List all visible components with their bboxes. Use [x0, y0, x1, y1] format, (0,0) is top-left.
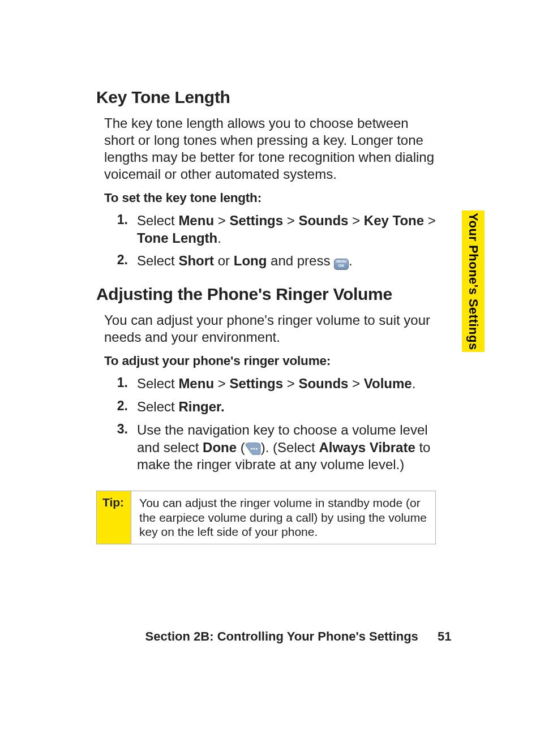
left-softkey-icon	[245, 443, 261, 455]
tip-text: You can adjust the ringer volume in stan…	[131, 491, 435, 544]
side-tab-label: Your Phone's Settings	[466, 213, 481, 350]
page-content: Key Tone Length The key tone length allo…	[96, 88, 436, 544]
step-2: 2. Select Ringer.	[113, 398, 436, 416]
tip-label: Tip:	[97, 491, 131, 544]
step-1: 1. Select Menu > Settings > Sounds > Key…	[113, 212, 436, 247]
step-text: Use the navigation key to choose a volum…	[137, 422, 436, 474]
step-number: 1.	[113, 375, 137, 390]
step-1: 1. Select Menu > Settings > Sounds > Vol…	[113, 375, 436, 393]
svg-point-2	[251, 448, 252, 449]
step-number: 3.	[113, 422, 137, 437]
steps-ringer-volume: 1. Select Menu > Settings > Sounds > Vol…	[113, 375, 436, 474]
step-number: 1.	[113, 212, 137, 227]
step-text: Select Ringer.	[137, 398, 436, 416]
procedure-lead-key-tone: To set the key tone length:	[104, 191, 436, 205]
step-text: Select Short or Long and press .	[137, 252, 436, 270]
heading-ringer-volume: Adjusting the Phone's Ringer Volume	[96, 285, 436, 304]
step-text: Select Menu > Settings > Sounds > Volume…	[137, 375, 436, 393]
page-footer: Section 2B: Controlling Your Phone's Set…	[0, 629, 540, 644]
step-text: Select Menu > Settings > Sounds > Key To…	[137, 212, 436, 247]
step-number: 2.	[113, 398, 137, 414]
side-tab: Your Phone's Settings	[462, 211, 485, 352]
svg-point-1	[256, 448, 258, 449]
procedure-lead-ringer: To adjust your phone's ringer volume:	[104, 354, 436, 368]
footer-page-number: 51	[438, 629, 451, 644]
step-number: 2.	[113, 252, 137, 268]
step-3: 3. Use the navigation key to choose a vo…	[113, 422, 436, 474]
step-2: 2. Select Short or Long and press .	[113, 252, 436, 270]
footer-section: Section 2B: Controlling Your Phone's Set…	[145, 629, 418, 643]
tip-box: Tip: You can adjust the ringer volume in…	[96, 491, 436, 544]
intro-ringer-volume: You can adjust your phone's ringer volum…	[104, 312, 436, 346]
menu-ok-icon	[334, 259, 349, 270]
heading-key-tone-length: Key Tone Length	[96, 88, 436, 107]
svg-point-0	[253, 448, 255, 449]
intro-key-tone: The key tone length allows you to choose…	[104, 115, 436, 183]
steps-key-tone: 1. Select Menu > Settings > Sounds > Key…	[113, 212, 436, 270]
document-page: Your Phone's Settings Key Tone Length Th…	[0, 0, 540, 756]
